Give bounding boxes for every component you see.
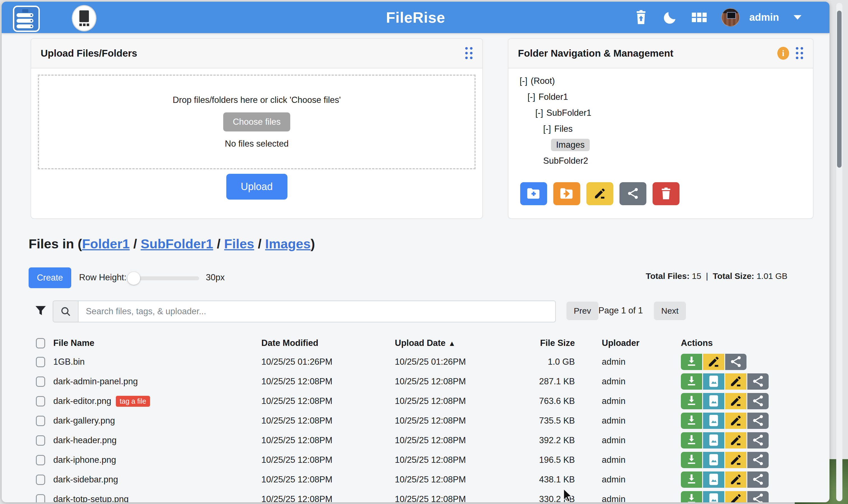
share-button[interactable] [747, 491, 768, 502]
edit-button[interactable] [703, 354, 724, 370]
prev-page-button[interactable]: Prev [566, 302, 598, 320]
share-button[interactable] [747, 373, 768, 390]
column-header-uploader[interactable]: Uploader [602, 338, 681, 348]
table-row[interactable]: dark-gallery.png10/25/25 12:08PM10/25/25… [29, 411, 813, 431]
row-checkbox[interactable] [36, 376, 45, 387]
preview-button[interactable] [703, 432, 724, 449]
row-checkbox[interactable] [36, 474, 45, 485]
search-input[interactable] [78, 301, 555, 322]
download-button[interactable] [681, 432, 702, 449]
edit-button[interactable] [725, 373, 746, 390]
info-icon[interactable]: i [777, 47, 789, 60]
tree-item-folder1[interactable]: [-]Folder1 [519, 89, 591, 105]
share-button[interactable] [747, 393, 768, 409]
tree-label[interactable]: SubFolder1 [547, 108, 591, 118]
download-button[interactable] [681, 373, 702, 390]
rename-folder-button[interactable] [586, 182, 613, 205]
preview-button[interactable] [703, 393, 724, 409]
preview-button[interactable] [703, 413, 724, 429]
drag-handle-icon[interactable] [465, 47, 473, 59]
table-row[interactable]: dark-editor.pngtag a file10/25/25 12:08P… [29, 391, 813, 411]
table-row[interactable]: dark-sidebar.png10/25/25 12:08PM10/25/25… [29, 470, 813, 489]
filter-funnel-icon[interactable] [34, 304, 47, 319]
column-header-date-modified[interactable]: Date Modified [261, 338, 395, 348]
share-button[interactable] [747, 452, 768, 468]
table-row[interactable]: 1GB.bin10/25/25 01:26PM10/25/25 01:26PM1… [29, 352, 813, 372]
row-checkbox[interactable] [36, 455, 45, 465]
share-button[interactable] [747, 432, 768, 449]
download-button[interactable] [681, 413, 702, 429]
tree-item-root[interactable]: [-](Root) [519, 73, 591, 89]
tree-item-subfolder1[interactable]: [-]SubFolder1 [519, 105, 591, 121]
tree-toggle-icon[interactable]: [-] [528, 92, 535, 102]
file-name[interactable]: dark-header.png [53, 435, 117, 445]
tree-label[interactable]: Files [554, 124, 572, 134]
edit-button[interactable] [725, 393, 746, 409]
tree-toggle-icon[interactable]: [-] [519, 76, 528, 86]
download-button[interactable] [681, 452, 702, 468]
share-button[interactable] [747, 413, 768, 429]
tree-toggle-icon[interactable]: [-] [535, 108, 543, 118]
breadcrumb-link-images[interactable]: Images [265, 236, 311, 251]
file-name[interactable]: dark-iphone.png [53, 455, 116, 465]
drag-handle-icon[interactable] [796, 47, 803, 59]
edit-button[interactable] [725, 491, 746, 502]
delete-folder-button[interactable] [653, 182, 679, 205]
choose-files-button[interactable]: Choose files [223, 112, 290, 131]
preview-button[interactable] [703, 452, 724, 468]
file-name[interactable]: dark-admin-panel.png [53, 376, 138, 386]
file-tag-badge[interactable]: tag a file [116, 396, 150, 407]
row-checkbox[interactable] [36, 435, 45, 446]
move-folder-button[interactable] [553, 182, 580, 205]
row-checkbox[interactable] [36, 396, 45, 407]
user-menu-caret-icon[interactable] [794, 15, 801, 20]
slider-thumb[interactable] [127, 272, 140, 285]
table-row[interactable]: dark-admin-panel.png10/25/25 12:08PM10/2… [29, 372, 813, 391]
breadcrumb-link-files[interactable]: Files [224, 236, 254, 251]
table-row[interactable]: dark-iphone.png10/25/25 12:08PM10/25/25 … [29, 450, 813, 470]
column-header-file-name[interactable]: File Name [53, 338, 261, 348]
edit-button[interactable] [725, 432, 746, 449]
download-button[interactable] [681, 491, 702, 502]
scrollbar-thumb[interactable] [837, 11, 842, 168]
download-button[interactable] [681, 471, 702, 488]
tree-toggle-icon[interactable]: [-] [543, 124, 551, 134]
edit-button[interactable] [725, 471, 746, 488]
edit-button[interactable] [725, 452, 746, 468]
file-name[interactable]: dark-editor.png [53, 396, 111, 406]
tree-label[interactable]: Folder1 [539, 92, 568, 102]
select-all-checkbox[interactable] [36, 338, 45, 348]
column-header-file-size[interactable]: File Size [540, 338, 602, 348]
user-avatar[interactable] [721, 8, 740, 26]
app-shortcut-icon[interactable] [72, 5, 96, 31]
tree-label[interactable]: (Root) [531, 76, 555, 86]
file-name[interactable]: dark-totp-setup.png [53, 494, 129, 502]
dark-mode-moon-icon[interactable] [663, 10, 677, 25]
file-name[interactable]: 1GB.bin [53, 357, 85, 367]
create-folder-button[interactable] [520, 182, 547, 205]
breadcrumb-link-folder1[interactable]: Folder1 [82, 236, 130, 251]
file-name[interactable]: dark-gallery.png [53, 416, 115, 426]
trash-restore-icon[interactable] [634, 10, 648, 25]
row-height-slider[interactable] [127, 276, 199, 280]
edit-button[interactable] [725, 413, 746, 429]
share-button[interactable] [747, 471, 768, 488]
preview-button[interactable] [703, 491, 724, 502]
share-button[interactable] [725, 354, 746, 370]
preview-button[interactable] [703, 471, 724, 488]
column-header-upload-date[interactable]: Upload Date▲ [395, 338, 526, 348]
file-name[interactable]: dark-sidebar.png [53, 474, 118, 485]
tree-item-images[interactable]: Images [519, 137, 591, 153]
upload-button[interactable]: Upload [226, 174, 287, 200]
share-folder-button[interactable] [619, 182, 647, 205]
tree-item-subfolder2[interactable]: SubFolder2 [519, 153, 591, 169]
file-dropzone[interactable]: Drop files/folders here or click 'Choose… [38, 75, 476, 169]
tree-label[interactable]: Images [551, 139, 590, 151]
preview-button[interactable] [703, 373, 724, 390]
filerise-server-logo-icon[interactable] [13, 6, 40, 32]
table-row[interactable]: dark-header.png10/25/25 12:08PM10/25/25 … [29, 431, 813, 450]
row-checkbox[interactable] [36, 416, 45, 426]
row-checkbox[interactable] [36, 494, 45, 503]
table-row[interactable]: dark-totp-setup.png10/25/25 12:08PM10/25… [29, 489, 813, 502]
create-button[interactable]: Create [29, 267, 71, 288]
